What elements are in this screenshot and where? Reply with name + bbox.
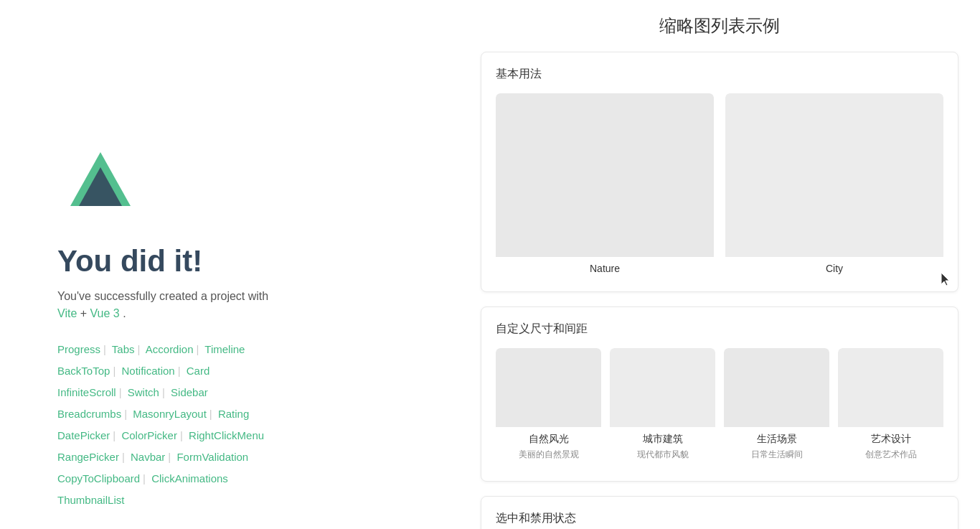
thumb-art-custom-desc: 创意艺术作品 [838,449,943,467]
nav-colorpicker[interactable]: ColorPicker [121,429,177,441]
nav-rangepicker[interactable]: RangePicker [57,451,119,463]
left-panel: You did it! You've successfully created … [0,0,466,529]
vue-logo [57,144,143,230]
nav-progress[interactable]: Progress [57,343,100,355]
hero-links: Vite + Vue 3 . [57,307,438,320]
right-panel: 缩略图列表示例 基本用法 Nature City 自定义尺寸和间距 [466,0,980,529]
nav-sidebar[interactable]: Sidebar [171,386,208,398]
thumb-life-custom-label: 生活场景 [724,427,829,449]
nav-backtotop[interactable]: BackToTop [57,365,110,377]
thumb-nature-custom-image [496,348,601,427]
nav-navbar[interactable]: Navbar [131,451,165,463]
nav-links: Progress| Tabs| Accordion| Timeline Back… [57,339,438,511]
thumb-life-custom[interactable]: 生活场景 日常生活瞬间 [724,348,829,467]
nav-formvalidation[interactable]: FormValidation [176,451,248,463]
nav-copytoclipboard[interactable]: CopyToClipboard [57,472,140,484]
thumb-city-image [725,93,943,257]
thumb-life-custom-image [724,348,829,427]
nav-clickanimations[interactable]: ClickAnimations [151,472,228,484]
hero-title: You did it! [57,244,438,278]
thumb-nature-custom-label: 自然风光 [496,427,601,449]
section-basic: 基本用法 Nature City [481,52,958,292]
thumb-art-custom[interactable]: 艺术设计 创意艺术作品 [838,348,943,467]
thumb-life-custom-desc: 日常生活瞬间 [724,449,829,467]
thumb-city-custom[interactable]: 城市建筑 现代都市风貌 [610,348,715,467]
thumb-city-custom-image [610,348,715,427]
thumb-art-custom-image [838,348,943,427]
thumb-city[interactable]: City [725,93,943,277]
thumb-nature-custom-desc: 美丽的自然景观 [496,449,601,467]
nav-timeline[interactable]: Timeline [204,343,245,355]
nav-infinitescroll[interactable]: InfiniteScroll [57,386,116,398]
section-custom: 自定义尺寸和间距 自然风光 美丽的自然景观 城市建筑 现代都市风貌 生活场景 日… [481,306,958,482]
vite-link[interactable]: Vite [57,307,77,319]
thumb-city-label: City [725,257,943,277]
thumb-nature-label: Nature [496,257,714,277]
nav-breadcrumbs[interactable]: Breadcrumbs [57,408,121,420]
nav-notification[interactable]: Notification [121,365,174,377]
thumb-nature[interactable]: Nature [496,93,714,277]
section-selected-title: 选中和禁用状态 [496,511,943,526]
thumb-nature-image [496,93,714,257]
thumb-city-custom-label: 城市建筑 [610,427,715,449]
nav-accordion[interactable]: Accordion [146,343,194,355]
nav-rightclickmenu[interactable]: RightClickMenu [189,429,264,441]
thumb-nature-custom[interactable]: 自然风光 美丽的自然景观 [496,348,601,467]
nav-tabs[interactable]: Tabs [112,343,135,355]
custom-grid: 自然风光 美丽的自然景观 城市建筑 现代都市风貌 生活场景 日常生活瞬间 艺术设… [496,348,943,467]
nav-rating[interactable]: Rating [218,408,249,420]
thumb-art-custom-label: 艺术设计 [838,427,943,449]
nav-thumbnaillist[interactable]: ThumbnailList [57,494,124,506]
page-title: 缩略图列表示例 [481,14,958,37]
nav-switch[interactable]: Switch [128,386,159,398]
vue-link[interactable]: Vue 3 [90,307,120,319]
hero-subtitle: You've successfully created a project wi… [57,290,438,303]
basic-grid: Nature City [496,93,943,277]
nav-card[interactable]: Card [187,365,210,377]
section-selected: 选中和禁用状态 [481,496,958,529]
section-custom-title: 自定义尺寸和间距 [496,322,943,337]
section-basic-title: 基本用法 [496,67,943,82]
nav-datepicker[interactable]: DatePicker [57,429,110,441]
thumb-city-custom-desc: 现代都市风貌 [610,449,715,467]
nav-masonrylayout[interactable]: MasonryLayout [133,408,207,420]
page-container: You did it! You've successfully created … [0,0,980,529]
